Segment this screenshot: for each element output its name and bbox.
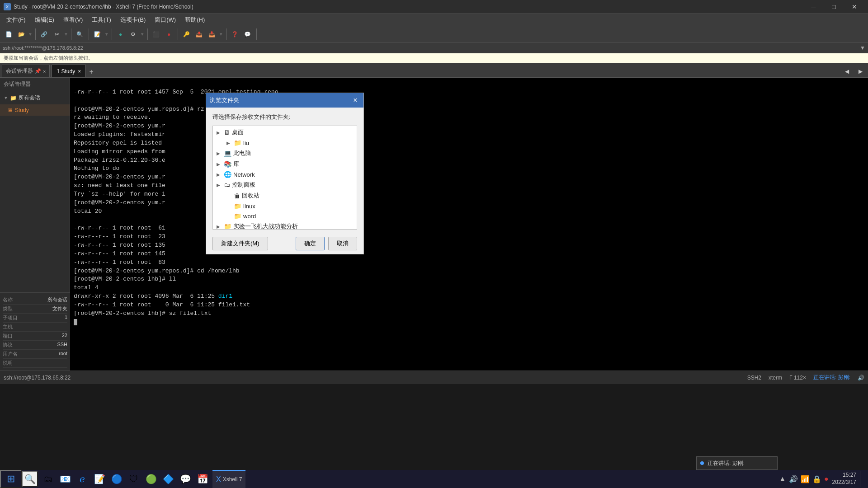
calendar-taskbar-icon[interactable]: 📅: [194, 471, 211, 487]
new-folder-button[interactable]: 新建文件夹(M): [212, 237, 268, 250]
tree-item-linux[interactable]: 📁 linux: [214, 201, 356, 211]
network-icon[interactable]: 📶: [801, 475, 810, 483]
ie-taskbar-icon[interactable]: ℯ: [74, 471, 90, 487]
expand-arrow-icon: ▶: [217, 130, 222, 135]
dialog-overlay: 浏览文件夹 × 请选择保存接收文件的文件夹: ▶ 🖥 桌面 ▶ 📁 liu: [0, 0, 868, 488]
windows-icon: ⊞: [7, 473, 15, 485]
search-icon: 🔍: [24, 474, 36, 484]
time-display: 15:27: [832, 472, 856, 479]
dialog-footer-right: 确定 取消: [296, 237, 357, 250]
dialog-body: 请选择保存接收文件的文件夹: ▶ 🖥 桌面 ▶ 📁 liu ▶ 💻: [206, 108, 363, 233]
tree-item-recycle[interactable]: 🗑 回收站: [214, 190, 356, 201]
green-app-taskbar-icon[interactable]: 🟢: [143, 471, 159, 487]
active-app-icon: X: [216, 475, 221, 483]
tree-item-thispc[interactable]: ▶ 💻 此电脑: [214, 148, 356, 159]
tree-item-library[interactable]: ▶ 📚 库: [214, 159, 356, 169]
dialog-close-button[interactable]: ×: [351, 96, 360, 105]
taskbar: ⊞ 🔍 🗂 📧 ℯ 📝 🔵 🛡 🟢 🔷 💬 📅 X Xshell 7 ▲ 🔊 📶…: [0, 470, 868, 488]
speaking-dot: [700, 461, 704, 465]
browse-folder-dialog: 浏览文件夹 × 请选择保存接收文件的文件夹: ▶ 🖥 桌面 ▶ 📁 liu: [206, 93, 364, 254]
expand-arrow-icon: ▶: [217, 224, 222, 229]
dialog-title: 浏览文件夹: [210, 96, 239, 104]
security-tray-icon[interactable]: 🔒: [812, 475, 821, 483]
blue-app-taskbar-icon[interactable]: 🔵: [108, 471, 125, 487]
expand-arrow-icon: ▶: [217, 162, 222, 167]
office-taskbar-icon[interactable]: 📝: [91, 471, 108, 487]
speaking-label: 正在讲话: 彭刚:: [708, 460, 745, 467]
tree-item-word[interactable]: 📁 word: [214, 211, 356, 221]
tree-item-network[interactable]: ▶ 🌐 Network: [214, 169, 356, 179]
dialog-confirm-button[interactable]: 确定: [296, 237, 325, 250]
red-icon[interactable]: ●: [824, 475, 829, 483]
mail-taskbar-icon[interactable]: 📧: [57, 471, 73, 487]
active-app-label: Xshell 7: [223, 476, 242, 483]
file-explorer-taskbar-icon[interactable]: 🗂: [40, 471, 56, 487]
taskbar-pinned-apps: 🗂 📧 ℯ 📝 🔵 🛡 🟢 🔷 💬 📅: [38, 471, 212, 487]
search-taskbar-button[interactable]: 🔍: [22, 471, 38, 487]
expand-arrow-icon: ▶: [226, 141, 232, 145]
tree-item-desktop[interactable]: ▶ 🖥 桌面: [214, 127, 356, 138]
dialog-titlebar: 浏览文件夹 ×: [206, 93, 363, 108]
expand-arrow-icon: ▶: [217, 151, 222, 156]
show-desktop-button[interactable]: [860, 471, 863, 487]
date-display: 2022/3/17: [832, 479, 856, 486]
taskbar-right: ▲ 🔊 📶 🔒 ● 15:27 2022/3/17: [774, 471, 868, 487]
tree-item-experiment[interactable]: ▶ 📁 实验一飞机大战功能分析: [214, 221, 356, 230]
wechat-taskbar-icon[interactable]: 💬: [177, 471, 193, 487]
show-hidden-icons-button[interactable]: ▲: [779, 475, 786, 483]
start-button[interactable]: ⊞: [0, 470, 22, 488]
taskbar-clock[interactable]: 15:27 2022/3/17: [832, 472, 856, 486]
file-tree[interactable]: ▶ 🖥 桌面 ▶ 📁 liu ▶ 💻 此电脑 ▶: [212, 126, 357, 230]
chrome-taskbar-icon[interactable]: 🔷: [160, 471, 176, 487]
security-taskbar-icon[interactable]: 🛡: [126, 471, 142, 487]
dialog-footer: 新建文件夹(M) 确定 取消: [206, 233, 363, 254]
tree-item-controlpanel[interactable]: ▶ 🗂 控制面板: [214, 179, 356, 190]
dialog-instruction: 请选择保存接收文件的文件夹:: [212, 113, 357, 121]
volume-icon[interactable]: 🔊: [789, 475, 798, 483]
notify-area: ▲ 🔊 📶 🔒 ●: [779, 475, 829, 483]
active-app-taskbar[interactable]: X Xshell 7: [212, 470, 245, 488]
dialog-cancel-button[interactable]: 取消: [328, 237, 357, 250]
speaking-indicator: 正在讲话: 彭刚:: [696, 456, 778, 470]
tree-item-liu[interactable]: ▶ 📁 liu: [214, 138, 356, 148]
expand-arrow-icon: ▶: [217, 172, 222, 177]
expand-arrow-icon: ▶: [217, 183, 222, 188]
